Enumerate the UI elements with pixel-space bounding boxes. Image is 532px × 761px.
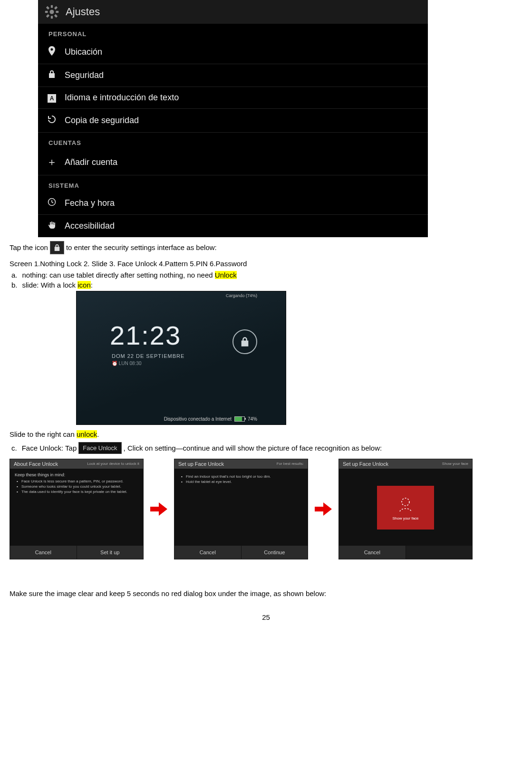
lockscreen-alarm: ⏰ LUN 08:30 — [112, 361, 142, 366]
lockscreen-footer: Dispositivo conectado a Internet 74% — [164, 416, 257, 422]
settings-row-ubicacion[interactable]: Ubicación — [38, 40, 428, 64]
lock-icon — [47, 70, 57, 81]
face-unlock-button[interactable]: Face Unlock — [78, 442, 121, 454]
panel-bullet: Face Unlock is less secure than a patter… — [17, 479, 138, 483]
panel-subtitle: Show your face — [442, 462, 468, 466]
continue-button[interactable]: Continue — [241, 546, 308, 559]
slide-line: Slide to the right can unlock. — [10, 429, 522, 440]
category-sistema: SISTEMA — [38, 175, 428, 192]
battery-icon — [234, 416, 245, 422]
settings-row-label: Idioma e introducción de texto — [65, 93, 179, 103]
panel-setup-face-1: Set up Face Unlock For best results: Fin… — [174, 459, 308, 559]
charging-status: Cargando (74%) — [226, 293, 257, 298]
panel-title: Set up Face Unlock — [343, 461, 388, 467]
panel-bullet: The data used to identify your face is k… — [17, 490, 138, 494]
settings-row-fecha[interactable]: Fecha y hora — [38, 192, 428, 215]
settings-screenshot: Ajustes PERSONAL Ubicación Seguridad A I… — [38, 0, 428, 237]
arrow-right-icon — [150, 502, 167, 516]
settings-row-label: Ubicación — [65, 47, 102, 57]
settings-row-label: Seguridad — [65, 70, 104, 80]
final-paragraph: Make sure the image clear and keep 5 sec… — [10, 588, 522, 599]
svg-line-6 — [55, 15, 57, 17]
option-c: c. Face Unlock: Tap Face Unlock, Click o… — [11, 442, 522, 454]
settings-title: Ajustes — [66, 6, 100, 18]
settings-row-add-account[interactable]: ＋ Añadir cuenta — [38, 149, 428, 175]
setup-button[interactable]: Set it up — [77, 546, 144, 559]
settings-row-label: Copia de seguridad — [65, 116, 139, 125]
category-personal: PERSONAL — [38, 24, 428, 40]
face-capture-box: Show your face — [377, 486, 434, 530]
panel-title: Set up Face Unlock — [178, 461, 224, 467]
svg-line-8 — [55, 7, 57, 9]
gear-icon — [44, 4, 60, 20]
option-a: a. nothing: can use tablet directly afte… — [11, 271, 522, 279]
settings-row-label: Accesibilidad — [65, 221, 115, 231]
settings-row-label: Añadir cuenta — [65, 157, 117, 167]
screen-options-line: Screen 1.Nothing Lock 2. Slide 3. Face U… — [10, 258, 522, 269]
settings-header: Ajustes — [38, 0, 428, 24]
options-list: a. nothing: can use tablet directly afte… — [11, 271, 522, 289]
battery-percent: 74% — [248, 416, 257, 422]
arrow-right-icon — [315, 502, 332, 516]
hand-icon — [47, 221, 57, 231]
lockscreen-screenshot: Cargando (74%) 21:23 DOM 22 DE SEPTIEMBR… — [76, 291, 286, 425]
svg-point-10 — [402, 498, 409, 506]
panel-subtitle: Look at your device to unlock it — [87, 462, 139, 466]
plus-icon: ＋ — [47, 155, 57, 169]
lock-ring-icon[interactable] — [232, 329, 257, 354]
svg-line-5 — [47, 7, 48, 9]
panel-title: About Face Unlock — [14, 461, 58, 467]
lockscreen-time: 21:23 — [110, 320, 181, 351]
highlight-unlock2: unlock — [77, 430, 97, 438]
panel-about-face: About Face Unlock Look at your device to… — [10, 459, 144, 559]
location-pin-icon — [47, 46, 57, 58]
panel-body-head: Keep these things in mind: — [15, 472, 138, 477]
settings-row-copia[interactable]: Copia de seguridad — [38, 109, 428, 133]
settings-row-seguridad[interactable]: Seguridad — [38, 64, 428, 87]
lock-inline-icon — [50, 241, 64, 254]
svg-line-7 — [47, 15, 48, 17]
disabled-slot — [406, 546, 473, 559]
option-b: b. slide: With a lock icon: — [11, 281, 522, 289]
svg-point-0 — [49, 10, 54, 14]
keyboard-a-icon: A — [47, 93, 57, 103]
settings-row-label: Fecha y hora — [65, 198, 115, 208]
panel-bullet: Find an indoor spot that's not too brigh… — [181, 474, 303, 479]
paragraph-tap-icon: Tap the icon to enter the security setti… — [10, 241, 522, 254]
cancel-button[interactable]: Cancel — [10, 546, 77, 559]
panel-bullet: Hold the tablet at eye level. — [181, 480, 303, 484]
panel-subtitle: For best results: — [277, 462, 304, 466]
panel-bullet: Someone who looks similar to you could u… — [17, 484, 138, 489]
settings-row-idioma[interactable]: A Idioma e introducción de texto — [38, 87, 428, 109]
settings-row-accesibilidad[interactable]: Accesibilidad — [38, 215, 428, 237]
page-number: 25 — [10, 613, 522, 621]
restore-icon — [47, 115, 57, 126]
panel-setup-face-2: Set up Face Unlock Show your face Show y… — [339, 459, 473, 559]
face-outline-icon — [396, 494, 415, 513]
category-cuentas: CUENTAS — [38, 133, 428, 149]
highlight-icon: icon — [77, 281, 91, 289]
cancel-button[interactable]: Cancel — [174, 546, 241, 559]
clock-icon — [47, 198, 57, 209]
face-unlock-flow: About Face Unlock Look at your device to… — [10, 459, 522, 559]
highlight-unlock: Unlock — [215, 271, 237, 279]
cancel-button[interactable]: Cancel — [339, 546, 406, 559]
face-capture-caption: Show your face — [392, 516, 418, 520]
lockscreen-date: DOM 22 DE SEPTIEMBRE — [112, 353, 184, 359]
